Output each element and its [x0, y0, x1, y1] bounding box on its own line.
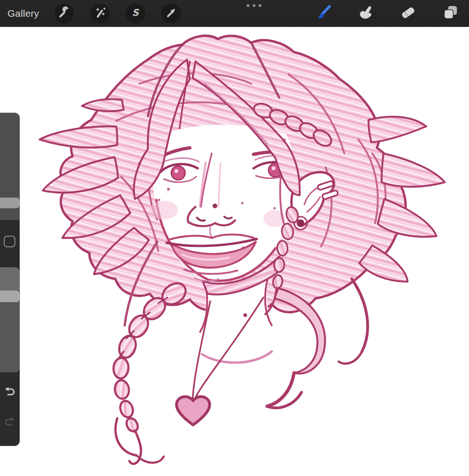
redo-arrow-icon: [3, 422, 16, 430]
layers-icon: [442, 4, 459, 23]
redo-button[interactable]: [3, 416, 16, 429]
undo-arrow-icon: [3, 392, 16, 400]
top-toolbar: Gallery: [0, 0, 469, 27]
undo-button[interactable]: [3, 385, 16, 398]
wrench-icon: [58, 7, 70, 20]
artwork-sketch: [0, 0, 469, 476]
selection-button[interactable]: S: [126, 4, 145, 23]
eraser-tool-button[interactable]: [400, 5, 416, 22]
brush-sidebar: [0, 113, 20, 446]
brush-size-slider[interactable]: [0, 113, 20, 220]
brush-size-slider-handle[interactable]: [0, 198, 20, 208]
ellipsis-icon: [247, 4, 249, 7]
ellipsis-icon: [253, 4, 255, 7]
ellipsis-icon: [259, 4, 261, 7]
modify-button[interactable]: [4, 236, 15, 247]
procreate-app: Gallery: [0, 0, 469, 476]
drawing-canvas[interactable]: [0, 0, 469, 476]
magic-wand-icon: [94, 7, 106, 20]
adjustments-button[interactable]: [90, 4, 110, 23]
brush-tool-button[interactable]: [316, 5, 333, 22]
selection-s-icon: S: [129, 7, 141, 20]
smudge-finger-icon: [356, 4, 374, 23]
opacity-slider-fill: [0, 267, 20, 291]
smudge-tool-button[interactable]: [357, 5, 374, 22]
opacity-slider[interactable]: [0, 267, 20, 372]
transform-arrow-icon: [165, 7, 177, 20]
paintbrush-icon: [315, 3, 334, 24]
gallery-button[interactable]: Gallery: [7, 0, 39, 27]
eraser-icon: [399, 4, 417, 23]
more-options-button[interactable]: [244, 4, 264, 9]
svg-text:S: S: [132, 7, 140, 18]
opacity-slider-handle[interactable]: [0, 291, 20, 302]
transform-button[interactable]: [161, 4, 181, 23]
layers-button[interactable]: [442, 5, 459, 22]
actions-button[interactable]: [54, 4, 74, 23]
